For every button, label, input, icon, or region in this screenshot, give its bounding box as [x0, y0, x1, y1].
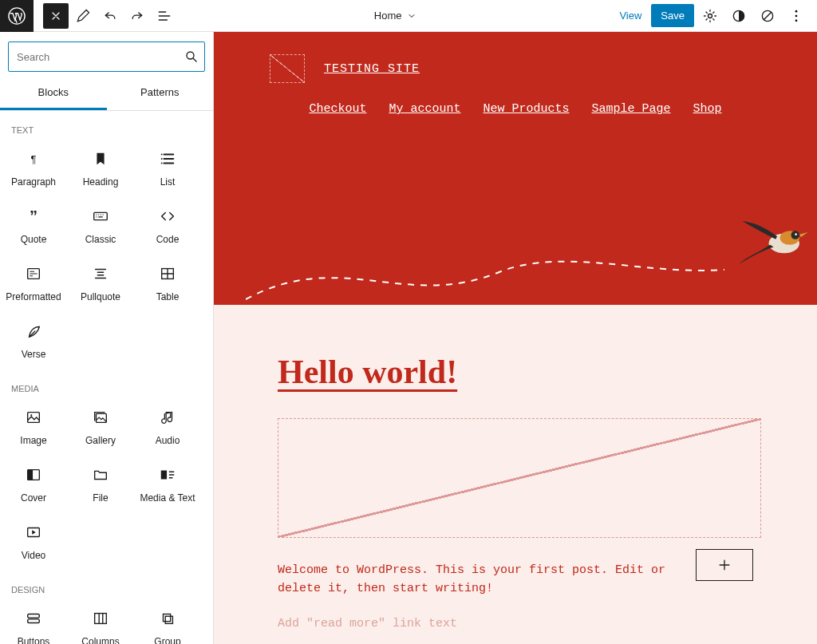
save-button[interactable]: Save	[651, 4, 694, 27]
site-nav: Checkout My account New Products Sample …	[270, 102, 761, 116]
nav-item[interactable]: Sample Page	[592, 102, 671, 116]
styles-button[interactable]	[726, 3, 752, 29]
block-heading[interactable]: Heading	[67, 140, 134, 197]
block-group[interactable]: Group	[134, 599, 201, 644]
redo-button[interactable]	[124, 3, 150, 29]
undo-button[interactable]	[97, 3, 123, 29]
tab-patterns[interactable]: Patterns	[107, 78, 214, 110]
document-overview-button[interactable]	[152, 3, 177, 29]
audio-icon	[159, 408, 176, 427]
search-input[interactable]	[8, 41, 205, 72]
topbar-left	[0, 0, 177, 31]
dashed-trail	[246, 255, 724, 303]
view-link[interactable]: View	[613, 10, 648, 22]
folder-icon	[92, 465, 109, 484]
more-options-button[interactable]	[783, 3, 809, 29]
post-content-area: Hello world! Welcome to WordPress. This …	[214, 305, 817, 644]
nav-item[interactable]: Shop	[693, 102, 722, 116]
search-icon	[184, 49, 199, 64]
columns-icon	[92, 609, 109, 628]
site-logo-placeholder[interactable]	[270, 54, 305, 83]
block-cover[interactable]: Cover	[0, 456, 67, 513]
text-blocks: ¶ Paragraph Heading List ” Quote Classic	[0, 140, 213, 369]
keyboard-icon	[92, 207, 109, 226]
post-body[interactable]: Welcome to WordPress. This is your first…	[278, 562, 677, 598]
preformatted-icon	[25, 264, 42, 283]
svg-point-12	[30, 414, 32, 416]
svg-rect-18	[28, 614, 40, 618]
group-icon	[159, 609, 176, 628]
close-icon	[49, 10, 62, 22]
site-title[interactable]: TESTING SITE	[324, 62, 420, 76]
block-table[interactable]: Table	[134, 255, 201, 312]
table-icon	[159, 264, 176, 283]
media-blocks: Image Gallery Audio Cover File Media & T…	[0, 398, 213, 571]
svg-rect-21	[164, 614, 171, 622]
nav-item[interactable]: New Products	[483, 102, 569, 116]
quote-icon: ”	[30, 207, 37, 226]
half-circle-icon	[731, 8, 747, 24]
block-file[interactable]: File	[67, 456, 134, 513]
block-code[interactable]: Code	[134, 197, 201, 255]
buttons-icon	[25, 609, 42, 628]
svg-rect-8	[94, 212, 108, 219]
site-header: TESTING SITE Checkout My account New Pro…	[214, 32, 817, 305]
undo-icon	[102, 8, 118, 24]
block-preformatted[interactable]: Preformatted	[0, 255, 67, 312]
nav-item[interactable]: Checkout	[309, 102, 366, 116]
svg-point-26	[795, 233, 797, 235]
svg-rect-15	[28, 470, 33, 480]
gallery-icon	[92, 408, 109, 427]
block-gallery[interactable]: Gallery	[67, 398, 134, 456]
block-audio[interactable]: Audio	[134, 398, 201, 456]
block-inserter-panel: Blocks Patterns TEXT ¶ Paragraph Heading…	[0, 32, 214, 644]
list-view-icon	[156, 8, 172, 24]
svg-point-5	[795, 14, 798, 17]
block-paragraph[interactable]: ¶ Paragraph	[0, 140, 67, 197]
redo-icon	[129, 8, 145, 24]
edit-tool-button[interactable]	[70, 3, 96, 29]
bookmark-icon	[92, 149, 109, 168]
featured-image-placeholder[interactable]	[278, 418, 761, 538]
svg-point-1	[708, 14, 712, 18]
section-media-title: MEDIA	[0, 369, 213, 398]
svg-point-6	[795, 19, 798, 22]
document-title: Home	[374, 10, 402, 22]
post-title[interactable]: Hello world!	[278, 353, 753, 391]
block-columns[interactable]: Columns	[67, 599, 134, 644]
block-image[interactable]: Image	[0, 398, 67, 456]
pencil-icon	[75, 8, 91, 24]
svg-rect-20	[95, 614, 107, 624]
add-block-button[interactable]	[696, 549, 753, 581]
svg-rect-19	[28, 619, 40, 623]
editor-canvas[interactable]: TESTING SITE Checkout My account New Pro…	[214, 32, 817, 644]
block-classic[interactable]: Classic	[67, 197, 134, 255]
design-blocks: Buttons Columns Group	[0, 599, 213, 644]
settings-button[interactable]	[697, 3, 723, 29]
clock-slash-icon	[760, 8, 776, 24]
block-quote[interactable]: ” Quote	[0, 197, 67, 255]
section-text-title: TEXT	[0, 111, 213, 140]
plus-icon	[716, 557, 732, 573]
readmore-placeholder[interactable]: Add "read more" link text	[278, 617, 753, 630]
block-buttons[interactable]: Buttons	[0, 599, 67, 644]
nav-item[interactable]: My account	[389, 102, 460, 116]
revisions-button[interactable]	[755, 3, 780, 29]
close-inserter-button[interactable]	[43, 3, 69, 29]
svg-rect-22	[165, 616, 172, 623]
svg-rect-11	[28, 413, 40, 423]
block-media-text[interactable]: Media & Text	[134, 456, 201, 513]
svg-point-7	[187, 52, 194, 59]
block-pullquote[interactable]: Pullquote	[67, 255, 134, 312]
list-icon	[159, 149, 176, 168]
chevron-down-icon	[407, 11, 416, 21]
document-title-dropdown[interactable]: Home	[177, 10, 613, 22]
block-video[interactable]: Video	[0, 513, 67, 571]
block-verse[interactable]: Verse	[0, 312, 67, 369]
search-row	[0, 32, 213, 78]
tab-blocks[interactable]: Blocks	[0, 78, 107, 110]
pullquote-icon	[92, 264, 109, 283]
wordpress-logo[interactable]	[0, 0, 34, 32]
block-list[interactable]: List	[134, 140, 201, 197]
section-design-title: DESIGN	[0, 571, 213, 599]
